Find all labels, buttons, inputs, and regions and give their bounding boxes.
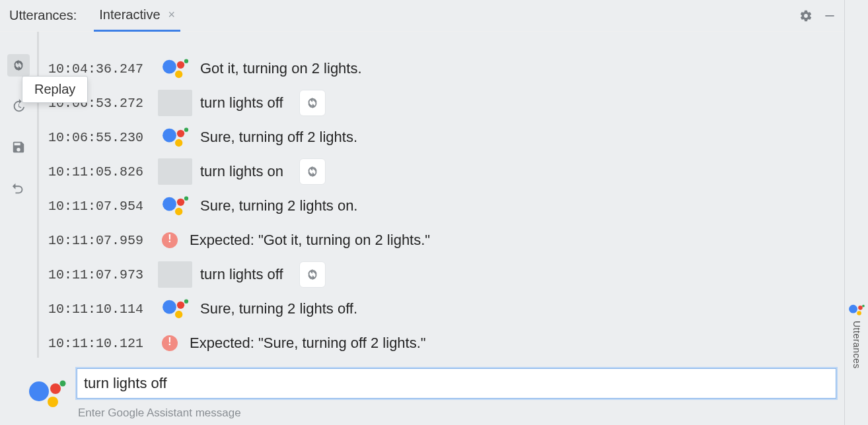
svg-point-9 — [163, 197, 176, 211]
error-badge — [158, 330, 182, 356]
error-badge — [158, 227, 182, 253]
right-rail-logo — [848, 304, 865, 317]
assistant-avatar — [158, 193, 192, 219]
svg-point-24 — [862, 305, 865, 308]
expected-row: 10:11:10.121Expected: "Sure, turning off… — [39, 326, 844, 358]
app-root: Utterances: Interactive × — [0, 0, 868, 425]
assistant-icon — [848, 304, 865, 317]
user-avatar-placeholder — [158, 261, 192, 288]
user-message-row: 10:11:07.973turn lights off — [39, 257, 844, 292]
timestamp: 10:11:07.954 — [48, 199, 150, 214]
refresh-icon — [305, 267, 320, 282]
svg-rect-0 — [825, 15, 834, 16]
svg-point-1 — [163, 60, 176, 74]
svg-point-7 — [175, 139, 182, 147]
svg-point-23 — [857, 311, 861, 315]
assistant-message-row: 10:11:07.954Sure, turning 2 lights on. — [39, 189, 844, 223]
svg-point-10 — [177, 199, 184, 206]
main-panel: Utterances: Interactive × — [0, 0, 844, 425]
exclamation-icon — [162, 232, 178, 248]
refresh-icon — [305, 96, 320, 110]
panel-title: Utterances: — [9, 8, 94, 23]
svg-point-20 — [60, 381, 66, 387]
timestamp: 10:04:36.247 — [48, 61, 150, 77]
assistant-icon — [161, 57, 190, 80]
exclamation-icon — [162, 335, 178, 351]
save-icon — [11, 140, 26, 154]
svg-point-15 — [175, 311, 182, 318]
svg-point-19 — [48, 397, 58, 407]
expected-text: Expected: "Got it, turning on 2 lights." — [190, 232, 430, 249]
assistant-icon — [26, 378, 67, 410]
replay-row-button[interactable] — [299, 90, 326, 116]
settings-button[interactable] — [797, 7, 815, 25]
svg-point-2 — [177, 61, 184, 69]
tab-label: Interactive — [99, 7, 160, 22]
timestamp: 10:06:55.230 — [48, 130, 150, 145]
refresh-icon — [11, 58, 26, 73]
input-hint: Enter Google Assistant message — [77, 399, 836, 420]
tooltip-replay: Replay — [22, 76, 88, 103]
expected-text: Expected: "Sure, turning off 2 lights." — [190, 335, 426, 352]
svg-point-18 — [50, 383, 61, 394]
message-input[interactable] — [77, 368, 836, 399]
svg-point-21 — [849, 305, 857, 313]
timestamp: 10:11:07.959 — [48, 233, 150, 248]
message-text: Sure, turning 2 lights off. — [200, 300, 357, 317]
svg-point-6 — [177, 130, 184, 137]
svg-point-8 — [184, 128, 188, 132]
user-avatar-placeholder — [158, 158, 192, 185]
conversation-log: Replay 10:04:36.247Got it, turning on 2 … — [39, 32, 844, 358]
expected-row: 10:11:07.959Expected: "Got it, turning o… — [39, 223, 844, 257]
assistant-icon — [161, 195, 190, 217]
svg-point-4 — [184, 59, 188, 63]
user-message-row: 10:06:53.272turn lights off — [39, 86, 844, 120]
assistant-icon — [161, 126, 190, 148]
message-text: Sure, turning 2 lights on. — [200, 197, 357, 214]
user-message-row: 10:11:05.826turn lights on — [39, 154, 844, 189]
assistant-avatar — [158, 55, 192, 82]
svg-point-16 — [184, 300, 188, 304]
timestamp: 10:11:10.114 — [48, 302, 150, 317]
assistant-icon — [161, 298, 190, 320]
svg-point-17 — [29, 381, 49, 401]
assistant-message-row: 10:11:10.114Sure, turning 2 lights off. — [39, 292, 844, 326]
assistant-logo — [26, 378, 67, 410]
undo-icon — [11, 181, 26, 195]
input-footer: Enter Google Assistant message — [0, 358, 844, 425]
tab-bar: Utterances: Interactive × — [0, 0, 844, 32]
svg-point-14 — [177, 302, 184, 309]
svg-point-22 — [858, 306, 863, 310]
assistant-avatar — [158, 124, 192, 150]
refresh-icon — [305, 164, 320, 179]
svg-point-3 — [175, 71, 182, 78]
svg-point-12 — [184, 197, 188, 201]
input-wrap: Enter Google Assistant message — [77, 368, 836, 420]
replay-row-button[interactable] — [299, 158, 326, 185]
tab-interactive[interactable]: Interactive × — [94, 0, 180, 32]
assistant-avatar — [158, 296, 192, 322]
replay-all-button[interactable] — [7, 54, 30, 77]
assistant-message-row: 10:06:55.230Sure, turning off 2 lights. — [39, 120, 844, 154]
svg-point-11 — [175, 208, 182, 215]
message-text: Sure, turning off 2 lights. — [200, 129, 357, 146]
timestamp: 10:11:10.121 — [48, 336, 150, 351]
save-button[interactable] — [7, 136, 30, 158]
svg-point-5 — [163, 129, 176, 143]
undo-button[interactable] — [7, 177, 30, 199]
replay-row-button[interactable] — [299, 261, 326, 288]
svg-point-13 — [163, 300, 176, 314]
minimize-icon — [823, 9, 836, 22]
minimize-button[interactable] — [820, 7, 839, 25]
close-tab-icon[interactable]: × — [168, 8, 176, 22]
message-text: turn lights on — [200, 163, 283, 180]
message-text: turn lights off — [200, 266, 283, 283]
message-text: Got it, turning on 2 lights. — [200, 60, 362, 77]
gear-icon — [799, 9, 813, 22]
message-text: turn lights off — [200, 94, 283, 112]
body: Replay 10:04:36.247Got it, turning on 2 … — [0, 32, 844, 358]
timestamp: 10:11:05.826 — [48, 164, 150, 180]
user-avatar-placeholder — [158, 90, 192, 116]
right-rail-tab-utterances[interactable]: Utterances — [851, 321, 862, 369]
assistant-message-row: 10:04:36.247Got it, turning on 2 lights. — [39, 51, 844, 86]
